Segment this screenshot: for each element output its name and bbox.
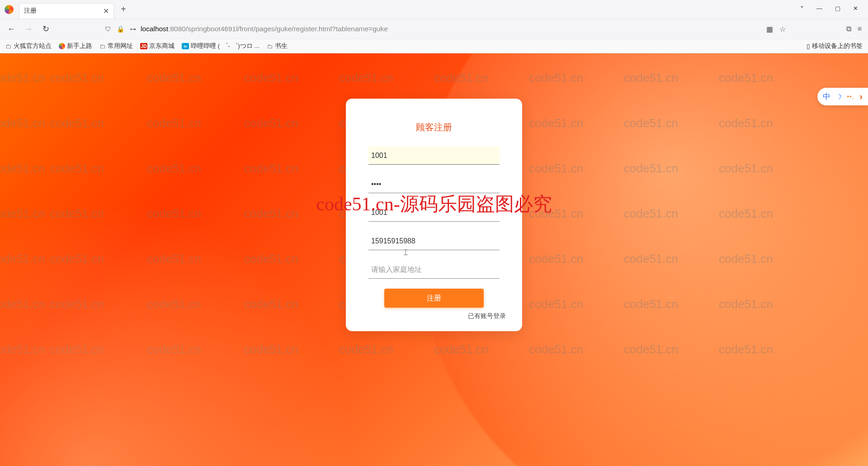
folder-icon: 🗀 bbox=[99, 43, 106, 50]
mobile-bookmarks[interactable]: ▯移动设备上的书签 bbox=[807, 42, 863, 50]
watermark-text: code51.cn bbox=[0, 207, 45, 221]
address-input[interactable] bbox=[368, 260, 500, 279]
watermark-text: code51.cn bbox=[529, 207, 583, 221]
url-text: localhost:8080/springboot4691l/front/pag… bbox=[141, 25, 388, 33]
toolbar: ← → ↻ 🛡 🔒 ⊶ localhost:8080/springboot469… bbox=[0, 19, 868, 39]
watermark-text: code51.cn bbox=[147, 297, 201, 311]
watermark-text: code51.cn bbox=[50, 297, 104, 311]
watermark-text: code51.cn bbox=[339, 342, 393, 357]
watermark-text: code51.cn bbox=[147, 252, 201, 266]
watermark-text: code51.cn bbox=[244, 162, 298, 176]
bookmark-item[interactable]: tv哔哩哔哩 ( ゜- ゜)つロ ... bbox=[182, 42, 259, 50]
watermark-text: code51.cn bbox=[50, 252, 104, 266]
watermark-text: code51.cn bbox=[0, 71, 45, 85]
password-input[interactable] bbox=[368, 175, 500, 193]
menu-icon[interactable]: ≡ bbox=[858, 25, 862, 33]
address-bar[interactable]: 🛡 🔒 ⊶ localhost:8080/springboot4691l/fro… bbox=[105, 25, 710, 33]
watermark-text: code51.cn bbox=[50, 207, 104, 221]
page-content: code51.cncode51.cncode51.cncode51.cncode… bbox=[0, 53, 868, 466]
moon-icon[interactable]: ☽ bbox=[836, 93, 842, 101]
browser-tab[interactable]: 注册 ✕ bbox=[19, 3, 114, 19]
watermark-text: code51.cn bbox=[147, 207, 201, 221]
tab-close-icon[interactable]: ✕ bbox=[103, 7, 109, 15]
watermark-text: code51.cn bbox=[244, 342, 298, 357]
watermark-text: code51.cn bbox=[624, 71, 678, 85]
jd-icon: JD bbox=[140, 43, 147, 49]
watermark-text: code51.cn bbox=[0, 252, 45, 266]
watermark-text: code51.cn bbox=[624, 162, 678, 176]
key-icon[interactable]: ⊶ bbox=[130, 25, 136, 33]
maximize-button[interactable]: ▢ bbox=[835, 5, 840, 14]
watermark-text: code51.cn bbox=[719, 342, 773, 357]
shield-icon[interactable]: 🛡 bbox=[105, 25, 111, 33]
watermark-text: code51.cn bbox=[529, 116, 583, 130]
field-address bbox=[368, 260, 500, 279]
folder-icon: 🗀 bbox=[267, 43, 273, 50]
watermark-text: code51.cn bbox=[244, 297, 298, 311]
firefox-icon bbox=[5, 5, 14, 14]
watermark-text: code51.cn bbox=[244, 71, 298, 85]
watermark-text: code51.cn bbox=[0, 342, 45, 357]
bookmark-item[interactable]: 🗀常用网址 bbox=[99, 42, 133, 50]
watermark-text: code51.cn bbox=[529, 162, 583, 176]
watermark-text: code51.cn bbox=[719, 207, 773, 221]
bookmark-star-icon[interactable]: ☆ bbox=[779, 25, 786, 33]
field-username bbox=[368, 146, 500, 165]
watermark-text: code51.cn bbox=[339, 71, 393, 85]
bookmark-label: 新手上路 bbox=[67, 42, 92, 50]
watermark-text: code51.cn bbox=[719, 297, 773, 311]
watermark-text: code51.cn bbox=[50, 71, 104, 85]
watermark-text: code51.cn bbox=[244, 207, 298, 221]
more-icon[interactable]: ••, bbox=[847, 93, 854, 100]
watermark-text: code51.cn bbox=[529, 342, 583, 357]
bookmark-label: 常用网址 bbox=[108, 42, 133, 50]
bookmark-label: 书生 bbox=[275, 42, 288, 50]
watermark-text: code51.cn bbox=[50, 162, 104, 176]
bookmark-item[interactable]: 🗀火狐官方站点 bbox=[5, 42, 52, 50]
tab-dropdown-icon[interactable]: ˅ bbox=[800, 5, 804, 14]
watermark-text: code51.cn bbox=[624, 207, 678, 221]
folder-icon: 🗀 bbox=[5, 43, 12, 50]
firefox-icon bbox=[59, 43, 65, 49]
close-window-button[interactable]: ✕ bbox=[853, 5, 858, 14]
register-button[interactable]: 注册 bbox=[384, 289, 484, 308]
url-path: :8080/springboot4691l/front/pages/guke/r… bbox=[168, 25, 388, 33]
url-host: localhost bbox=[141, 25, 168, 33]
bookmark-label: 哔哩哔哩 ( ゜- ゜)つロ ... bbox=[191, 42, 259, 50]
reload-button[interactable]: ↻ bbox=[38, 21, 53, 37]
minimize-button[interactable]: — bbox=[816, 5, 822, 14]
expand-arrow-icon[interactable]: › bbox=[859, 91, 863, 102]
field-confirm bbox=[368, 203, 500, 222]
confirm-input[interactable] bbox=[368, 203, 500, 222]
username-input[interactable] bbox=[368, 146, 500, 165]
watermark-text: code51.cn bbox=[147, 71, 201, 85]
phone-input[interactable] bbox=[368, 232, 500, 250]
window-controls: ˅ — ▢ ✕ bbox=[800, 5, 868, 14]
watermark-text: code51.cn bbox=[529, 252, 583, 266]
extension-icon[interactable]: ⧉ bbox=[846, 25, 851, 33]
bookmarks-bar: 🗀火狐官方站点 新手上路 🗀常用网址 JD京东商城 tv哔哩哔哩 ( ゜- ゜)… bbox=[0, 39, 868, 53]
watermark-text: code51.cn bbox=[624, 342, 678, 357]
watermark-text: code51.cn bbox=[624, 297, 678, 311]
qr-icon[interactable]: ▦ bbox=[766, 25, 773, 33]
watermark-text: code51.cn bbox=[434, 71, 488, 85]
bookmark-label: 移动设备上的书签 bbox=[812, 42, 863, 50]
watermark-text: code51.cn bbox=[529, 71, 583, 85]
login-link[interactable]: 已有账号登录 bbox=[362, 312, 506, 320]
bookmark-item[interactable]: 🗀书生 bbox=[267, 42, 288, 50]
watermark-text: code51.cn bbox=[624, 116, 678, 130]
back-button[interactable]: ← bbox=[4, 21, 19, 37]
watermark-text: code51.cn bbox=[50, 116, 104, 130]
bookmark-item[interactable]: 新手上路 bbox=[59, 42, 92, 50]
bookmark-label: 京东商城 bbox=[149, 42, 175, 50]
ime-lang-icon[interactable]: 中 bbox=[823, 91, 830, 102]
watermark-text: code51.cn bbox=[244, 252, 298, 266]
bilibili-icon: tv bbox=[182, 43, 189, 49]
ime-widget[interactable]: 中 ☽ ••, › bbox=[817, 88, 868, 105]
lock-icon[interactable]: 🔒 bbox=[117, 25, 124, 33]
watermark-text: code51.cn bbox=[719, 116, 773, 130]
new-tab-button[interactable]: + bbox=[117, 3, 130, 16]
watermark-text: code51.cn bbox=[719, 252, 773, 266]
bookmark-item[interactable]: JD京东商城 bbox=[140, 42, 175, 50]
bookmark-label: 火狐官方站点 bbox=[14, 42, 52, 50]
